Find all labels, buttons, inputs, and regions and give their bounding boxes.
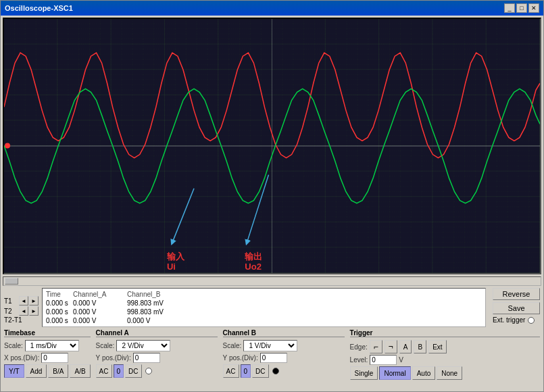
- horizontal-scrollbar[interactable]: [3, 276, 541, 286]
- t1-label: T1: [4, 297, 18, 305]
- t2-left-button[interactable]: ◄: [19, 306, 28, 316]
- t2-label: T2: [4, 308, 18, 315]
- edge-label: Edge:: [350, 343, 368, 351]
- col-channelA-header: Channel_A: [71, 290, 125, 299]
- t2-right-button[interactable]: ►: [29, 306, 39, 316]
- xpos-input[interactable]: [41, 353, 68, 363]
- timebase-scale-label: Scale:: [4, 342, 23, 349]
- ba-button[interactable]: B/A: [48, 364, 68, 378]
- channelA-scale-select[interactable]: 2 V/Div: [116, 340, 170, 351]
- channelA-header: Channel A: [96, 329, 218, 337]
- ab-button[interactable]: A/B: [70, 364, 90, 378]
- channelA-group: Channel A Scale: 2 V/Div Y pos.(Div): AC…: [96, 329, 218, 378]
- channelB-scale-label: Scale:: [223, 342, 242, 349]
- t1-right-button[interactable]: ►: [29, 296, 39, 305]
- channelA-scale-label: Scale:: [96, 342, 115, 349]
- right-buttons: Reverse Save Ext. trigger: [493, 288, 540, 324]
- col-channelB-header: Channel_B: [125, 290, 179, 299]
- edge-rise-button[interactable]: ⌐: [370, 340, 382, 353]
- t1-time: 0.000 s: [44, 299, 71, 308]
- t1-cha: 0.000 V: [71, 299, 125, 308]
- timebase-group: Timebase Scale: 1 ms/Div X pos.(Div): Y/…: [4, 329, 91, 378]
- trigger-mode-buttons: Single Normal Auto None: [350, 366, 540, 380]
- t2t1-chb: 0.000 V: [125, 316, 179, 325]
- t2-time: 0.000 s: [44, 308, 71, 316]
- t2-spacer: [179, 308, 240, 316]
- timebase-header: Timebase: [4, 329, 91, 337]
- add-button[interactable]: Add: [26, 364, 47, 378]
- ext-trigger-radio[interactable]: [528, 317, 535, 324]
- col-time-header: Time: [44, 290, 71, 299]
- channelA-coupling-buttons: AC 0 DC: [96, 364, 218, 378]
- xpos-label: X pos.(Div):: [4, 354, 39, 362]
- t1-spacer: [179, 299, 240, 308]
- channelA-ypos-input[interactable]: [133, 353, 160, 363]
- t2-cha: 0.000 V: [71, 308, 125, 316]
- trigger-header: Trigger: [350, 329, 540, 337]
- window-controls: _ □ ✕: [504, 3, 539, 13]
- level-input[interactable]: [370, 355, 397, 365]
- channelB-ac-button[interactable]: AC: [223, 364, 239, 378]
- ext-trigger-row: Ext. trigger: [493, 316, 540, 324]
- close-button[interactable]: ✕: [528, 3, 539, 13]
- channelA-ypos-label: Y pos.(Div):: [96, 354, 131, 362]
- channelA-dc-button[interactable]: DC: [125, 364, 141, 378]
- input-annotation-label: 输入: [166, 251, 185, 262]
- channelA-radio[interactable]: [145, 368, 152, 374]
- save-button[interactable]: Save: [493, 302, 540, 314]
- ext-trigger-label: Ext. trigger: [493, 316, 525, 324]
- channelB-ypos-label: Y pos.(Div):: [223, 354, 258, 362]
- channelB-dc-button[interactable]: DC: [252, 364, 268, 378]
- minimize-button[interactable]: _: [504, 3, 515, 13]
- title-bar: Oscilloscope-XSC1 _ □ ✕: [1, 1, 543, 16]
- window-title: Oscilloscope-XSC1: [5, 4, 73, 12]
- input-annotation-sub: Ui: [167, 262, 176, 272]
- controls-panel: T1 ◄ ► T2 ◄ ► T2-T1: [1, 286, 543, 391]
- channelA-ac-button[interactable]: AC: [96, 364, 112, 378]
- scrollbar-thumb[interactable]: [5, 278, 18, 285]
- normal-button[interactable]: Normal: [379, 366, 410, 380]
- settings-row: Timebase Scale: 1 ms/Div X pos.(Div): Y/…: [4, 329, 540, 380]
- t2t1-spacer: [179, 316, 240, 325]
- t2t1-label: T2-T1: [4, 316, 22, 324]
- measurements-row: T1 ◄ ► T2 ◄ ► T2-T1: [4, 288, 540, 327]
- channelB-ypos-input[interactable]: [260, 353, 287, 363]
- edge-fall-button[interactable]: ¬: [385, 340, 397, 353]
- channelB-radio[interactable]: [272, 368, 279, 374]
- timebase-scale-select[interactable]: 1 ms/Div: [25, 340, 79, 351]
- t1-chb: 998.803 mV: [125, 299, 179, 308]
- reverse-button[interactable]: Reverse: [493, 288, 540, 300]
- trigger-group: Trigger Edge: ⌐ ¬ A B Ext Level: V Singl…: [350, 329, 540, 380]
- channelB-coupling-buttons: AC 0 DC: [223, 364, 345, 378]
- output-annotation-label: 输出: [244, 251, 262, 262]
- channelB-scale-select[interactable]: 1 V/Div: [243, 340, 297, 351]
- output-annotation-sub: Uo2: [245, 262, 262, 272]
- none-button[interactable]: None: [437, 366, 462, 380]
- waveform-display: 输入 Ui 输出 Uo2: [4, 19, 540, 273]
- main-window: Oscilloscope-XSC1 _ □ ✕: [0, 0, 544, 392]
- trigger-ext-button[interactable]: Ext: [428, 340, 446, 353]
- channelA-zero-button[interactable]: 0: [114, 364, 124, 378]
- oscilloscope-screen: 输入 Ui 输出 Uo2: [3, 18, 541, 274]
- timebase-mode-buttons: Y/T Add B/A A/B: [4, 364, 91, 378]
- trigger-chB-button[interactable]: B: [414, 340, 426, 353]
- v-label: V: [399, 356, 403, 364]
- maximize-button[interactable]: □: [516, 3, 527, 13]
- t2t1-time: 0.000 s: [44, 316, 71, 325]
- trigger-chA-button[interactable]: A: [399, 340, 412, 353]
- yt-button[interactable]: Y/T: [4, 364, 24, 378]
- t1-left-button[interactable]: ◄: [19, 296, 28, 305]
- level-label: Level:: [350, 356, 368, 364]
- t1-dummy: [179, 290, 240, 299]
- channelB-zero-button[interactable]: 0: [241, 364, 251, 378]
- channelB-group: Channel B Scale: 1 V/Div Y pos.(Div): AC…: [223, 329, 345, 378]
- channelB-header: Channel B: [223, 329, 345, 337]
- t2-chb: 998.803 mV: [125, 308, 179, 316]
- auto-button[interactable]: Auto: [412, 366, 436, 380]
- t2t1-cha: 0.000 V: [71, 316, 125, 325]
- single-button[interactable]: Single: [350, 366, 378, 380]
